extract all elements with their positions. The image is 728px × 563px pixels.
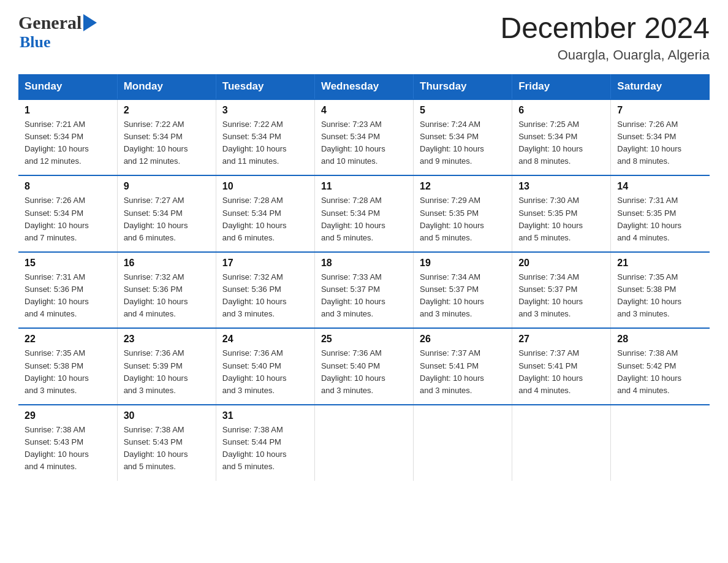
calendar-header: SundayMondayTuesdayWednesdayThursdayFrid… [18, 74, 710, 99]
day-number: 19 [420, 258, 506, 269]
weekday-header-row: SundayMondayTuesdayWednesdayThursdayFrid… [18, 74, 710, 99]
calendar-cell: 23Sunrise: 7:36 AMSunset: 5:39 PMDayligh… [117, 328, 216, 405]
day-number: 10 [222, 181, 308, 192]
calendar-cell: 12Sunrise: 7:29 AMSunset: 5:35 PMDayligh… [414, 175, 512, 252]
calendar-body: 1Sunrise: 7:21 AMSunset: 5:34 PMDaylight… [18, 99, 710, 481]
day-info: Sunrise: 7:32 AMSunset: 5:36 PMDaylight:… [124, 271, 210, 321]
calendar-cell: 11Sunrise: 7:28 AMSunset: 5:34 PMDayligh… [314, 175, 413, 252]
day-info: Sunrise: 7:36 AMSunset: 5:39 PMDaylight:… [124, 347, 210, 397]
logo-general-text: General [18, 12, 82, 33]
weekday-header-monday: Monday [117, 74, 216, 99]
day-info: Sunrise: 7:38 AMSunset: 5:43 PMDaylight:… [25, 424, 111, 473]
calendar-cell: 21Sunrise: 7:35 AMSunset: 5:38 PMDayligh… [611, 252, 710, 329]
calendar-cell: 18Sunrise: 7:33 AMSunset: 5:37 PMDayligh… [314, 252, 413, 329]
calendar-cell: 24Sunrise: 7:36 AMSunset: 5:40 PMDayligh… [216, 328, 314, 405]
day-number: 2 [124, 105, 210, 116]
day-number: 21 [617, 258, 703, 269]
day-info: Sunrise: 7:37 AMSunset: 5:41 PMDaylight:… [518, 347, 604, 397]
calendar-week-row: 8Sunrise: 7:26 AMSunset: 5:34 PMDaylight… [18, 175, 710, 252]
day-number: 11 [321, 181, 407, 192]
day-info: Sunrise: 7:30 AMSunset: 5:35 PMDaylight:… [518, 194, 604, 244]
day-info: Sunrise: 7:29 AMSunset: 5:35 PMDaylight:… [420, 194, 506, 244]
calendar-cell: 26Sunrise: 7:37 AMSunset: 5:41 PMDayligh… [414, 328, 512, 405]
calendar-cell [414, 405, 512, 481]
calendar-cell: 27Sunrise: 7:37 AMSunset: 5:41 PMDayligh… [512, 328, 611, 405]
calendar-cell [611, 405, 710, 481]
day-info: Sunrise: 7:31 AMSunset: 5:35 PMDaylight:… [617, 194, 703, 244]
day-info: Sunrise: 7:22 AMSunset: 5:34 PMDaylight:… [222, 118, 308, 168]
logo-arrow-icon [83, 14, 97, 31]
calendar-cell: 28Sunrise: 7:38 AMSunset: 5:42 PMDayligh… [611, 328, 710, 405]
day-info: Sunrise: 7:32 AMSunset: 5:36 PMDaylight:… [222, 271, 308, 321]
day-number: 16 [124, 258, 210, 269]
day-info: Sunrise: 7:23 AMSunset: 5:34 PMDaylight:… [321, 118, 407, 168]
day-info: Sunrise: 7:28 AMSunset: 5:34 PMDaylight:… [321, 194, 407, 244]
calendar-cell: 20Sunrise: 7:34 AMSunset: 5:37 PMDayligh… [512, 252, 611, 329]
day-number: 15 [25, 258, 111, 269]
calendar-cell: 6Sunrise: 7:25 AMSunset: 5:34 PMDaylight… [512, 99, 611, 176]
day-number: 12 [420, 181, 506, 192]
day-info: Sunrise: 7:38 AMSunset: 5:43 PMDaylight:… [124, 424, 210, 473]
day-number: 20 [518, 258, 604, 269]
day-number: 29 [25, 410, 111, 421]
day-info: Sunrise: 7:31 AMSunset: 5:36 PMDaylight:… [25, 271, 111, 321]
calendar-week-row: 15Sunrise: 7:31 AMSunset: 5:36 PMDayligh… [18, 252, 710, 329]
day-info: Sunrise: 7:36 AMSunset: 5:40 PMDaylight:… [321, 347, 407, 397]
day-number: 6 [518, 105, 604, 116]
calendar-cell: 19Sunrise: 7:34 AMSunset: 5:37 PMDayligh… [414, 252, 512, 329]
calendar-cell: 9Sunrise: 7:27 AMSunset: 5:34 PMDaylight… [117, 175, 216, 252]
svg-marker-0 [83, 14, 97, 31]
weekday-header-thursday: Thursday [414, 74, 512, 99]
day-number: 28 [617, 334, 703, 345]
calendar-cell [314, 405, 413, 481]
day-number: 5 [420, 105, 506, 116]
calendar-cell: 3Sunrise: 7:22 AMSunset: 5:34 PMDaylight… [216, 99, 314, 176]
page-header: General Blue December 2024 Ouargla, Ouar… [18, 12, 710, 63]
day-info: Sunrise: 7:21 AMSunset: 5:34 PMDaylight:… [25, 118, 111, 168]
calendar-cell: 13Sunrise: 7:30 AMSunset: 5:35 PMDayligh… [512, 175, 611, 252]
day-info: Sunrise: 7:38 AMSunset: 5:44 PMDaylight:… [222, 424, 308, 473]
calendar-cell: 22Sunrise: 7:35 AMSunset: 5:38 PMDayligh… [18, 328, 117, 405]
day-number: 22 [25, 334, 111, 345]
logo: General Blue [18, 12, 97, 52]
calendar-cell: 7Sunrise: 7:26 AMSunset: 5:34 PMDaylight… [611, 99, 710, 176]
calendar-cell: 2Sunrise: 7:22 AMSunset: 5:34 PMDaylight… [117, 99, 216, 176]
day-number: 17 [222, 258, 308, 269]
calendar-cell: 29Sunrise: 7:38 AMSunset: 5:43 PMDayligh… [18, 405, 117, 481]
logo-blue-text: Blue [20, 33, 51, 51]
day-info: Sunrise: 7:27 AMSunset: 5:34 PMDaylight:… [124, 194, 210, 244]
calendar-cell: 15Sunrise: 7:31 AMSunset: 5:36 PMDayligh… [18, 252, 117, 329]
day-info: Sunrise: 7:26 AMSunset: 5:34 PMDaylight:… [617, 118, 703, 168]
day-info: Sunrise: 7:22 AMSunset: 5:34 PMDaylight:… [124, 118, 210, 168]
day-info: Sunrise: 7:34 AMSunset: 5:37 PMDaylight:… [420, 271, 506, 321]
calendar-week-row: 22Sunrise: 7:35 AMSunset: 5:38 PMDayligh… [18, 328, 710, 405]
day-number: 27 [518, 334, 604, 345]
calendar-cell: 5Sunrise: 7:24 AMSunset: 5:34 PMDaylight… [414, 99, 512, 176]
day-info: Sunrise: 7:28 AMSunset: 5:34 PMDaylight:… [222, 194, 308, 244]
day-number: 4 [321, 105, 407, 116]
day-number: 13 [518, 181, 604, 192]
calendar-cell [512, 405, 611, 481]
weekday-header-sunday: Sunday [18, 74, 117, 99]
day-number: 1 [25, 105, 111, 116]
calendar-cell: 8Sunrise: 7:26 AMSunset: 5:34 PMDaylight… [18, 175, 117, 252]
calendar-cell: 25Sunrise: 7:36 AMSunset: 5:40 PMDayligh… [314, 328, 413, 405]
calendar-cell: 31Sunrise: 7:38 AMSunset: 5:44 PMDayligh… [216, 405, 314, 481]
weekday-header-tuesday: Tuesday [216, 74, 314, 99]
day-number: 24 [222, 334, 308, 345]
day-number: 18 [321, 258, 407, 269]
calendar-table: SundayMondayTuesdayWednesdayThursdayFrid… [18, 74, 710, 481]
day-number: 8 [25, 181, 111, 192]
calendar-week-row: 29Sunrise: 7:38 AMSunset: 5:43 PMDayligh… [18, 405, 710, 481]
day-info: Sunrise: 7:35 AMSunset: 5:38 PMDaylight:… [617, 271, 703, 321]
day-info: Sunrise: 7:37 AMSunset: 5:41 PMDaylight:… [420, 347, 506, 397]
location-text: Ouargla, Ouargla, Algeria [500, 47, 710, 63]
day-info: Sunrise: 7:34 AMSunset: 5:37 PMDaylight:… [518, 271, 604, 321]
weekday-header-friday: Friday [512, 74, 611, 99]
day-number: 23 [124, 334, 210, 345]
calendar-cell: 1Sunrise: 7:21 AMSunset: 5:34 PMDaylight… [18, 99, 117, 176]
day-number: 26 [420, 334, 506, 345]
calendar-cell: 4Sunrise: 7:23 AMSunset: 5:34 PMDaylight… [314, 99, 413, 176]
calendar-week-row: 1Sunrise: 7:21 AMSunset: 5:34 PMDaylight… [18, 99, 710, 176]
day-info: Sunrise: 7:35 AMSunset: 5:38 PMDaylight:… [25, 347, 111, 397]
